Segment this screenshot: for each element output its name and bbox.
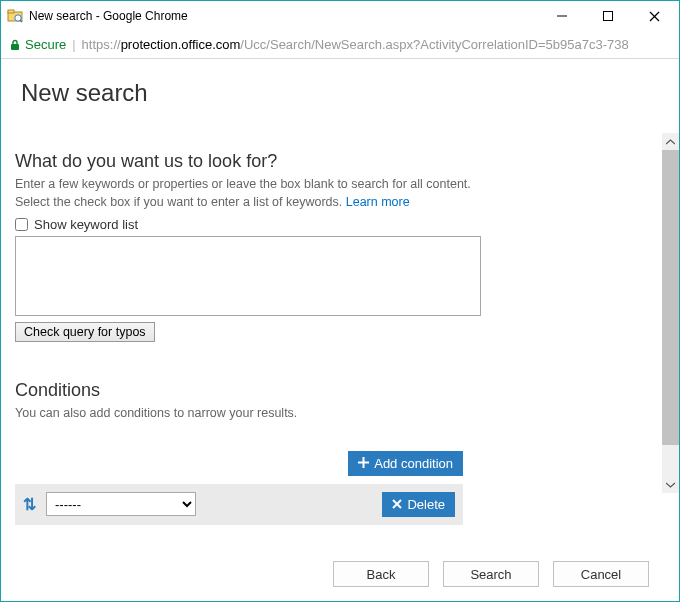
show-keyword-row[interactable]: Show keyword list — [15, 217, 648, 232]
conditions-help: You can also add conditions to narrow yo… — [15, 405, 648, 423]
url-separator: | — [72, 37, 75, 52]
scroll-thumb[interactable] — [662, 150, 679, 445]
show-keyword-label: Show keyword list — [34, 217, 138, 232]
lookfor-help: Enter a few keywords or properties or le… — [15, 176, 648, 211]
vertical-scrollbar[interactable] — [662, 133, 679, 493]
secure-label: Secure — [25, 37, 66, 52]
lookfor-help-line2: Select the check box if you want to ente… — [15, 195, 346, 209]
window-title: New search - Google Chrome — [29, 9, 539, 23]
page-title: New search — [21, 79, 648, 107]
svg-rect-1 — [8, 10, 14, 13]
svg-rect-5 — [604, 12, 613, 21]
plus-icon — [358, 456, 369, 471]
minimize-button[interactable] — [539, 2, 585, 30]
close-button[interactable] — [631, 2, 677, 30]
addressbar[interactable]: Secure | https://protection.office.com/U… — [1, 31, 679, 59]
conditions-heading: Conditions — [15, 380, 648, 401]
maximize-button[interactable] — [585, 2, 631, 30]
window-favicon — [7, 8, 23, 24]
back-button[interactable]: Back — [333, 561, 429, 587]
scroll-down-icon[interactable] — [662, 476, 679, 493]
content: New search What do you want us to look f… — [1, 59, 662, 547]
client-area: New search What do you want us to look f… — [1, 59, 679, 547]
footer: Back Search Cancel — [1, 547, 679, 601]
lock-icon — [9, 39, 21, 51]
keyword-textarea[interactable] — [15, 236, 481, 316]
cancel-button[interactable]: Cancel — [553, 561, 649, 587]
add-condition-label: Add condition — [374, 456, 453, 471]
scroll-up-icon[interactable] — [662, 133, 679, 150]
lookfor-heading: What do you want us to look for? — [15, 151, 648, 172]
show-keyword-checkbox[interactable] — [15, 218, 28, 231]
lookfor-help-line1: Enter a few keywords or properties or le… — [15, 177, 471, 191]
titlebar: New search - Google Chrome — [1, 1, 679, 31]
delete-condition-button[interactable]: Delete — [382, 492, 455, 517]
url-domain: protection.office.com — [121, 37, 241, 52]
condition-row: ⇅ ------ Delete — [15, 484, 463, 525]
chrome-window: New search - Google Chrome Secure | http… — [0, 0, 680, 602]
delete-label: Delete — [407, 497, 445, 512]
svg-rect-8 — [11, 44, 19, 50]
check-typos-button[interactable]: Check query for typos — [15, 322, 155, 342]
drag-handle-icon[interactable]: ⇅ — [23, 495, 36, 514]
search-button[interactable]: Search — [443, 561, 539, 587]
url-text: https://protection.office.com/Ucc/Search… — [82, 37, 629, 52]
learn-more-link[interactable]: Learn more — [346, 195, 410, 209]
url-path: /Ucc/Search/NewSearch.aspx?ActivityCorre… — [240, 37, 628, 52]
add-condition-button[interactable]: Add condition — [348, 451, 463, 476]
condition-select[interactable]: ------ — [46, 492, 196, 516]
window-controls — [539, 2, 677, 30]
x-icon — [392, 497, 402, 512]
